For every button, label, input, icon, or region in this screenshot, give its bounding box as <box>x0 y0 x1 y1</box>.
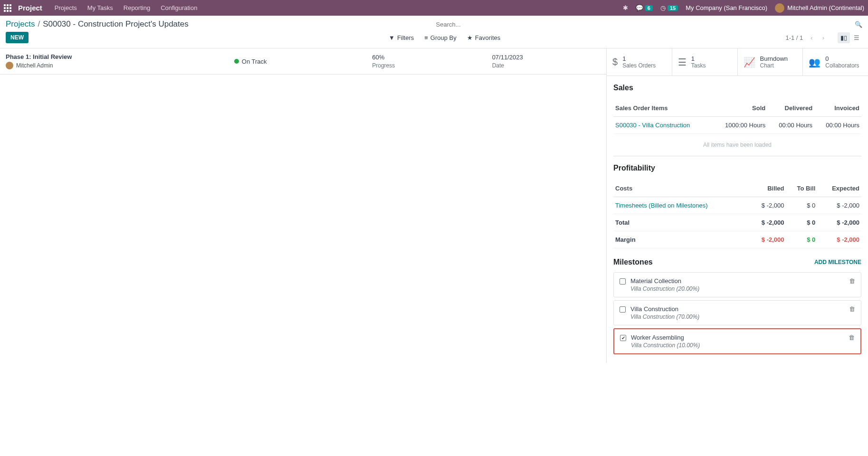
profitability-table: Costs Billed To Bill Expected Timesheets… <box>613 180 861 248</box>
avatar-icon <box>775 3 784 13</box>
milestone-name: Material Collection <box>630 277 844 285</box>
view-list-icon[interactable]: ☰ <box>851 32 862 43</box>
dollar-icon: $ <box>612 57 618 67</box>
cell: 00:00 Hours <box>814 117 861 134</box>
table-row-total: Total $ -2,000 $ 0 $ -2,000 <box>613 214 861 231</box>
progress-label: Progress <box>372 62 480 69</box>
status-dot-icon <box>234 59 239 64</box>
trash-icon[interactable]: 🗑 <box>849 334 855 341</box>
update-title: Phase 1: Initial Review <box>6 53 223 60</box>
nav-configuration[interactable]: Configuration <box>161 4 197 11</box>
bug-icon[interactable]: ✱ <box>623 4 628 11</box>
cell: $ 0 <box>786 197 818 214</box>
milestone-card[interactable]: Villa Construction Villa Construction (7… <box>613 300 861 325</box>
nav-projects[interactable]: Projects <box>55 4 77 11</box>
all-loaded-text: All items have been loaded <box>613 138 861 156</box>
checkbox[interactable] <box>620 278 626 285</box>
favorites-button[interactable]: ★Favorites <box>467 34 500 41</box>
col-costs[interactable]: Costs <box>613 180 749 197</box>
stat-label: Sales Orders <box>622 62 656 69</box>
activities-icon[interactable]: ◷15 <box>660 4 678 11</box>
messages-badge: 6 <box>645 5 653 11</box>
nav-my-tasks[interactable]: My Tasks <box>87 4 113 11</box>
cell: $ -2,000 <box>749 231 786 248</box>
search-input[interactable] <box>436 21 855 28</box>
nav-reporting[interactable]: Reporting <box>124 4 150 11</box>
update-row[interactable]: Phase 1: Initial Review Mitchell Admin O… <box>0 48 606 75</box>
app-brand[interactable]: Project <box>18 4 42 12</box>
layers-icon: ≡ <box>424 34 428 41</box>
table-row-margin: Margin $ -2,000 $ 0 $ -2,000 <box>613 231 861 248</box>
cell: $ -2,000 <box>817 231 861 248</box>
pager-range[interactable]: 1-1 / 1 <box>785 34 803 41</box>
project-dashboard: $ 1Sales Orders ☰ 1Tasks 📈 BurndownChart… <box>607 48 868 363</box>
milestone-name: Worker Assembling <box>631 334 844 341</box>
control-panel: Projects / S00030 - Construction Project… <box>0 16 868 48</box>
main: Phase 1: Initial Review Mitchell Admin O… <box>0 48 868 363</box>
table-row[interactable]: Timesheets (Billed on Milestones) $ -2,0… <box>613 197 861 214</box>
chart-icon: 📈 <box>744 57 755 68</box>
checkbox-checked[interactable] <box>620 335 626 341</box>
col-tobill[interactable]: To Bill <box>786 180 818 197</box>
col-sold[interactable]: Sold <box>712 100 767 117</box>
trash-icon[interactable]: 🗑 <box>849 277 855 285</box>
milestone-card-highlighted[interactable]: Worker Assembling Villa Construction (10… <box>613 328 861 354</box>
sales-item-link[interactable]: S00030 - Villa Construction <box>613 117 712 134</box>
groupby-label: Group By <box>430 34 457 41</box>
company-switcher[interactable]: My Company (San Francisco) <box>686 4 767 11</box>
users-icon: 👥 <box>809 57 820 68</box>
col-expected[interactable]: Expected <box>817 180 861 197</box>
breadcrumb: Projects / S00030 - Construction Project… <box>6 19 432 29</box>
cell: $ -2,000 <box>749 197 786 214</box>
cell: $ -2,000 <box>749 214 786 231</box>
date-value: 07/11/2023 <box>492 54 601 61</box>
activities-badge: 15 <box>668 5 678 11</box>
search-icon[interactable]: 🔍 <box>855 21 862 28</box>
trash-icon[interactable]: 🗑 <box>849 305 855 313</box>
navbar: Project Projects My Tasks Reporting Conf… <box>0 0 868 16</box>
col-invoiced[interactable]: Invoiced <box>814 100 861 117</box>
groupby-button[interactable]: ≡Group By <box>424 34 457 41</box>
star-icon: ★ <box>467 34 473 41</box>
breadcrumb-root[interactable]: Projects <box>6 19 35 29</box>
stat-label: Burndown <box>760 55 788 62</box>
checkbox[interactable] <box>620 306 626 313</box>
milestone-card[interactable]: Material Collection Villa Construction (… <box>613 272 861 297</box>
stat-num: 0 <box>825 55 859 62</box>
milestone-name: Villa Construction <box>630 305 844 313</box>
funnel-icon: ▼ <box>389 34 395 41</box>
col-billed[interactable]: Billed <box>749 180 786 197</box>
col-delivered[interactable]: Delivered <box>767 100 814 117</box>
cell: $ -2,000 <box>817 197 861 214</box>
pager: 1-1 / 1 ‹ › ▮▯ ☰ <box>785 32 862 43</box>
messages-icon[interactable]: 💬6 <box>636 4 653 11</box>
favorites-label: Favorites <box>475 34 500 41</box>
cell: 00:00 Hours <box>767 117 814 134</box>
stat-label: Tasks <box>691 62 706 69</box>
margin-label: Margin <box>613 231 749 248</box>
sales-title: Sales <box>613 84 861 92</box>
pager-next-icon[interactable]: › <box>820 34 826 41</box>
new-button[interactable]: NEW <box>6 32 29 43</box>
update-user: Mitchell Admin <box>16 62 53 69</box>
status-label: On Track <box>242 58 267 65</box>
table-row[interactable]: S00030 - Villa Construction 1000:00 Hour… <box>613 117 861 134</box>
stat-burndown[interactable]: 📈 BurndownChart <box>738 48 803 76</box>
cell: 1000:00 Hours <box>712 117 767 134</box>
avatar-icon <box>6 62 13 69</box>
stat-tasks[interactable]: ☰ 1Tasks <box>672 48 738 76</box>
milestone-sub: Villa Construction (10.00%) <box>631 342 844 349</box>
filters-button[interactable]: ▼Filters <box>389 34 414 41</box>
stat-collaborators[interactable]: 👥 0Collaborators <box>803 48 868 76</box>
user-menu[interactable]: Mitchell Admin (Continental) <box>775 3 864 13</box>
tasks-icon: ☰ <box>678 57 687 68</box>
date-label: Date <box>492 62 601 69</box>
view-kanban-icon[interactable]: ▮▯ <box>838 32 850 43</box>
col-items[interactable]: Sales Order Items <box>613 100 712 117</box>
profitability-title: Profitability <box>613 164 861 172</box>
apps-icon[interactable] <box>4 4 11 12</box>
pager-prev-icon[interactable]: ‹ <box>809 34 814 41</box>
profitability-item-link[interactable]: Timesheets (Billed on Milestones) <box>613 197 749 214</box>
add-milestone-button[interactable]: ADD MILESTONE <box>814 259 861 266</box>
stat-sales-orders[interactable]: $ 1Sales Orders <box>607 48 672 76</box>
